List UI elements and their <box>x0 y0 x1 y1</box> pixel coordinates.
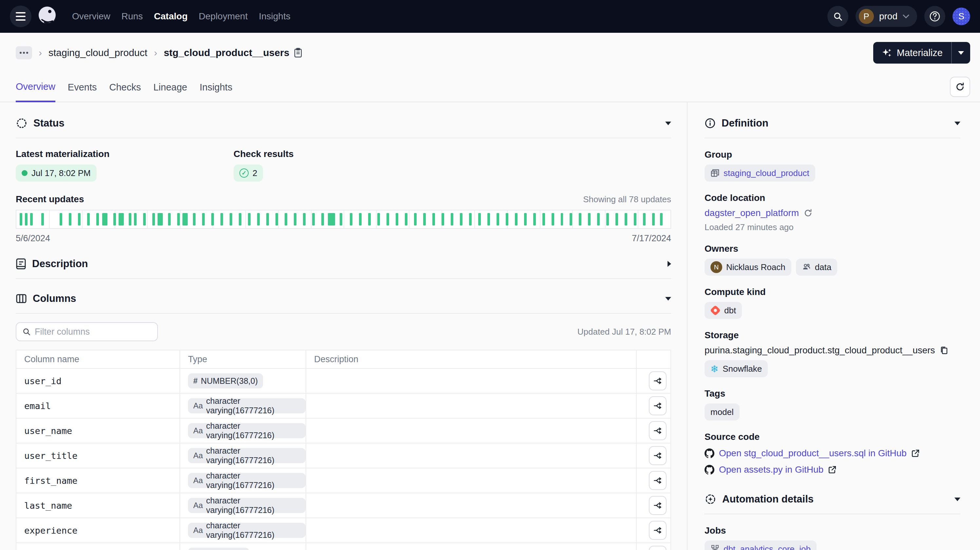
copy-icon[interactable] <box>940 346 948 355</box>
materialization-tick[interactable] <box>20 213 22 225</box>
tab-checks[interactable]: Checks <box>110 73 141 101</box>
user-avatar[interactable]: S <box>953 8 970 25</box>
column-lineage-button[interactable] <box>649 421 667 440</box>
nav-item-insights[interactable]: Insights <box>259 11 291 22</box>
column-lineage-button[interactable] <box>649 396 667 415</box>
materialization-tick[interactable] <box>257 213 260 225</box>
materialization-tick[interactable] <box>158 213 163 225</box>
materialization-tick[interactable] <box>275 213 278 225</box>
materialization-tick[interactable] <box>597 213 600 225</box>
environment-switcher[interactable]: P prod <box>856 6 917 27</box>
recent-updates-timeline[interactable] <box>16 210 671 229</box>
materialization-tick[interactable] <box>41 213 44 225</box>
materialization-tick[interactable] <box>515 213 517 225</box>
dagster-logo[interactable] <box>37 6 58 27</box>
definition-collapse-button[interactable] <box>955 121 960 125</box>
materialization-tick[interactable] <box>69 213 72 225</box>
help-button[interactable] <box>924 6 945 27</box>
column-lineage-button[interactable] <box>649 546 667 550</box>
materialization-tick[interactable] <box>414 213 417 225</box>
materialization-tick[interactable] <box>266 213 269 225</box>
materialization-tick[interactable] <box>168 213 171 225</box>
tab-events[interactable]: Events <box>68 73 97 101</box>
column-lineage-button[interactable] <box>649 521 667 540</box>
automation-collapse-button[interactable] <box>955 497 960 501</box>
materialization-tick[interactable] <box>285 213 287 225</box>
materialize-dropdown-button[interactable] <box>951 42 970 64</box>
materialization-tick[interactable] <box>606 213 609 225</box>
check-results-badge[interactable]: ✓ 2 <box>234 164 263 182</box>
group-badge[interactable]: staging_cloud_product <box>705 164 815 182</box>
materialization-tick[interactable] <box>328 213 335 225</box>
materialization-tick[interactable] <box>460 213 463 225</box>
materialization-tick[interactable] <box>211 213 214 225</box>
tag-badge[interactable]: model <box>705 403 740 421</box>
materialization-tick[interactable] <box>152 213 155 225</box>
materialization-tick[interactable] <box>248 213 251 225</box>
materialization-tick[interactable] <box>625 213 627 225</box>
materialization-tick[interactable] <box>561 213 563 225</box>
materialization-tick[interactable] <box>368 213 371 225</box>
materialization-tick[interactable] <box>102 213 107 225</box>
source-link-assets[interactable]: Open assets.py in GitHub <box>719 464 823 475</box>
materialization-tick[interactable] <box>616 213 618 225</box>
materialization-tick[interactable] <box>533 213 536 225</box>
breadcrumb-overflow-button[interactable] <box>16 46 32 59</box>
materialization-tick[interactable] <box>634 213 636 225</box>
column-lineage-button[interactable] <box>649 471 667 490</box>
materialization-tick[interactable] <box>506 213 508 225</box>
materialization-tick[interactable] <box>340 213 342 225</box>
materialization-tick[interactable] <box>321 213 324 225</box>
materialization-tick[interactable] <box>660 213 663 225</box>
materialization-tick[interactable] <box>423 213 426 225</box>
nav-item-catalog[interactable]: Catalog <box>154 11 188 22</box>
tab-lineage[interactable]: Lineage <box>153 73 187 101</box>
owner-user-badge[interactable]: N Nicklaus Roach <box>705 258 791 276</box>
materialization-tick[interactable] <box>134 213 137 225</box>
materialization-tick[interactable] <box>294 213 296 225</box>
column-lineage-button[interactable] <box>649 496 667 515</box>
status-collapse-button[interactable] <box>665 121 671 125</box>
copy-asset-name-button[interactable] <box>294 48 302 58</box>
nav-item-runs[interactable]: Runs <box>121 11 143 22</box>
materialization-tick[interactable] <box>652 213 655 225</box>
materialization-tick[interactable] <box>542 213 545 225</box>
nav-item-overview[interactable]: Overview <box>72 11 110 22</box>
tab-insights[interactable]: Insights <box>199 73 232 101</box>
materialization-tick[interactable] <box>129 213 131 225</box>
column-lineage-button[interactable] <box>649 371 667 391</box>
materialization-tick[interactable] <box>25 213 27 225</box>
hamburger-menu-button[interactable] <box>10 6 32 27</box>
latest-materialization-badge[interactable]: Jul 17, 8:02 PM <box>16 164 97 182</box>
materialization-tick[interactable] <box>60 213 62 225</box>
materialization-tick[interactable] <box>432 213 435 225</box>
materialization-tick[interactable] <box>405 213 407 225</box>
materialization-tick[interactable] <box>230 213 232 225</box>
materialization-tick[interactable] <box>78 213 81 225</box>
tab-overview[interactable]: Overview <box>16 73 56 102</box>
materialization-tick[interactable] <box>552 213 554 225</box>
materialization-tick[interactable] <box>303 213 305 225</box>
source-link-sql[interactable]: Open stg_cloud_product__users.sql in Git… <box>719 448 907 459</box>
materialize-button[interactable]: Materialize <box>873 42 951 64</box>
materialization-tick[interactable] <box>96 213 99 225</box>
code-location-link[interactable]: dagster_open_platform <box>705 208 799 218</box>
materialization-tick[interactable] <box>177 213 180 225</box>
description-expand-button[interactable] <box>668 261 671 267</box>
materialization-tick[interactable] <box>469 213 472 225</box>
materialization-tick[interactable] <box>30 213 33 225</box>
materialization-tick[interactable] <box>588 213 590 225</box>
materialization-tick[interactable] <box>387 213 389 225</box>
materialization-tick[interactable] <box>377 213 380 225</box>
materialization-tick[interactable] <box>570 213 572 225</box>
materialization-tick[interactable] <box>579 213 581 225</box>
materialization-tick[interactable] <box>524 213 527 225</box>
job-badge[interactable]: dbt_analytics_core_job <box>705 540 816 550</box>
materialization-tick[interactable] <box>396 213 398 225</box>
columns-collapse-button[interactable] <box>665 297 671 301</box>
storage-platform-badge[interactable]: ❄ Snowflake <box>705 360 768 377</box>
materialization-tick[interactable] <box>487 213 490 225</box>
materialization-tick[interactable] <box>143 213 146 225</box>
materialization-tick[interactable] <box>193 213 196 225</box>
materialization-tick[interactable] <box>478 213 481 225</box>
